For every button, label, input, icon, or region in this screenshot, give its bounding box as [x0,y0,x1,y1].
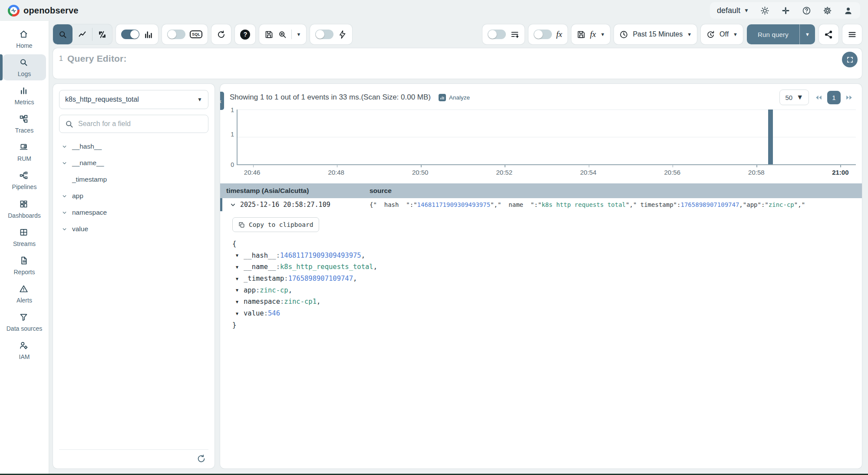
org-selector[interactable]: default ▼ [717,6,749,15]
sidebar-item-metrics[interactable]: Metrics [3,83,46,109]
collapse-fields-button[interactable]: ‹ [220,92,224,110]
sidebar-item-home[interactable]: Home [3,26,46,52]
sidebar-item-label: Alerts [17,297,32,304]
field-item-namespace[interactable]: namespace [59,204,208,221]
collapse-triangle-icon[interactable]: ▼ [232,310,244,317]
pagination: 1 [815,91,853,104]
chevron-down-icon[interactable]: ▼ [601,32,605,37]
collapse-triangle-icon[interactable]: ▼ [232,275,244,282]
sidebar-item-streams[interactable]: Streams [3,224,46,250]
json-entry-app[interactable]: ▼app:zinc-cp, [232,285,855,296]
sidebar-item-traces[interactable]: Traces [3,111,46,137]
sidebar-item-logs[interactable]: Logs [3,54,46,80]
sidebar-item-alerts[interactable]: Alerts [3,281,46,307]
sidebar-item-reports[interactable]: Reports [3,252,46,279]
row-expand-chevron-icon[interactable] [230,202,236,208]
field-item-_timestamp[interactable]: _timestamp [59,171,208,188]
log-table-row[interactable]: 2025-12-16 20:58:27.109 {"__hash__":"146… [220,198,862,211]
field-search-input[interactable]: Search for a field [59,115,208,133]
field-item-app[interactable]: app [59,188,208,204]
copy-to-clipboard-button[interactable]: Copy to clipboard [232,217,319,232]
json-entry-_timestamp[interactable]: ▼_timestamp:1765898907109747, [232,273,855,285]
save-function-icon[interactable] [577,30,586,39]
histogram-icon [144,30,153,39]
search-mode-button[interactable] [53,24,73,44]
chart-plot[interactable] [237,110,856,165]
analyze-icon [439,94,446,101]
query-editor[interactable]: 1 Query Editor: [53,48,862,79]
wrap-lines-toggle[interactable] [488,30,506,39]
sidebar-item-iam[interactable]: IAM [3,337,46,363]
json-entry-__name__[interactable]: ▼__name__:k8s_http_requests_total, [232,261,855,273]
page-size-selector[interactable]: 50 ▼ [779,90,809,105]
sidebar-item-dashboards[interactable]: Dashboards [3,196,46,222]
json-entry-__hash__[interactable]: ▼__hash__:14681171909309493975, [232,250,855,262]
chevron-down-icon: ▼ [733,32,738,37]
save-search-icon[interactable] [264,30,274,39]
sidebar-item-label: Reports [13,269,35,276]
sidebar-item-rum[interactable]: RUM [3,139,46,165]
chevron-down-icon: ▼ [197,97,202,102]
hamburger-menu-icon [848,30,857,39]
x-tick-label: 20:56 [664,169,681,176]
collapse-triangle-icon[interactable]: ▼ [232,286,244,294]
view-mode-group [53,24,112,44]
histogram-toggle[interactable] [121,30,139,39]
sql-mode-toggle[interactable] [167,30,185,39]
stream-selector[interactable]: k8s_http_requests_total ▼ [59,90,208,109]
field-item-__hash__[interactable]: __hash__ [59,138,208,155]
settings-icon[interactable] [822,5,832,16]
theme-light-icon[interactable] [759,5,770,16]
sidebar-item-pipelines[interactable]: Pipelines [3,167,46,193]
profile-icon[interactable] [843,5,853,16]
top-bar: openobserve default ▼ [0,0,868,21]
chevron-down-icon[interactable]: ▼ [296,32,301,37]
refresh-fields-button[interactable] [197,454,206,463]
sidebar-item-label: Pipelines [12,183,37,190]
slack-icon[interactable] [780,5,791,16]
reset-filters-button[interactable] [211,24,231,44]
next-page-button[interactable] [845,93,853,102]
saved-search-list-icon[interactable] [278,30,287,39]
time-range-selector[interactable]: Past 15 Minutes ▼ [614,24,697,44]
field-item-__name__[interactable]: __name__ [59,155,208,171]
sql-icon: SQL [190,30,202,38]
json-entry-namespace[interactable]: ▼namespace:zinc-cp1, [232,296,855,308]
histogram-bar[interactable] [768,110,773,164]
active-nav-indicator [0,54,3,80]
help-button[interactable]: ? [235,24,255,44]
dashboards-icon [19,199,30,210]
logs-toolbar: SQL ? ▼ [53,24,862,44]
chevron-down-icon [62,226,68,232]
json-detail-tree: {▼__hash__:14681171909309493975,▼__name_… [232,238,855,331]
x-tick-mark [253,165,254,167]
analyze-button[interactable]: Analyze [439,94,470,101]
sidebar-item-data-sources[interactable]: Data sources [3,309,46,335]
share-button[interactable] [819,24,838,44]
json-entry-value[interactable]: ▼value:546 [232,308,855,319]
field-item-value[interactable]: value [59,221,208,237]
function-toggle[interactable] [534,30,552,39]
fields-footer [59,449,208,464]
more-menu-button[interactable] [842,24,862,44]
fields-panel: k8s_http_requests_total ▼ Search for a f… [53,84,215,468]
run-query-menu-button[interactable]: ▼ [799,24,815,44]
collapse-triangle-icon[interactable]: ▼ [232,263,244,271]
run-query-button[interactable]: Run query [747,24,799,44]
patterns-mode-button[interactable] [92,24,112,44]
first-page-button[interactable] [815,93,823,102]
current-page-button[interactable]: 1 [827,91,841,104]
source-column-header[interactable]: source [368,187,862,195]
trend-mode-button[interactable] [73,24,92,44]
help-icon[interactable] [801,5,812,16]
collapse-triangle-icon[interactable]: ▼ [232,252,244,259]
chevron-down-icon [62,193,68,199]
sidebar-item-label: Data sources [7,325,42,332]
timestamp-column-header[interactable]: timestamp (Asia/Calcutta) [220,187,368,195]
auto-refresh-selector[interactable]: Off ▼ [701,24,743,44]
quick-mode-toggle[interactable] [315,30,333,39]
chevron-down-icon [62,144,68,149]
chevron-down-icon: ▼ [687,32,692,37]
collapse-triangle-icon[interactable]: ▼ [232,298,244,306]
expand-editor-button[interactable] [842,52,858,67]
